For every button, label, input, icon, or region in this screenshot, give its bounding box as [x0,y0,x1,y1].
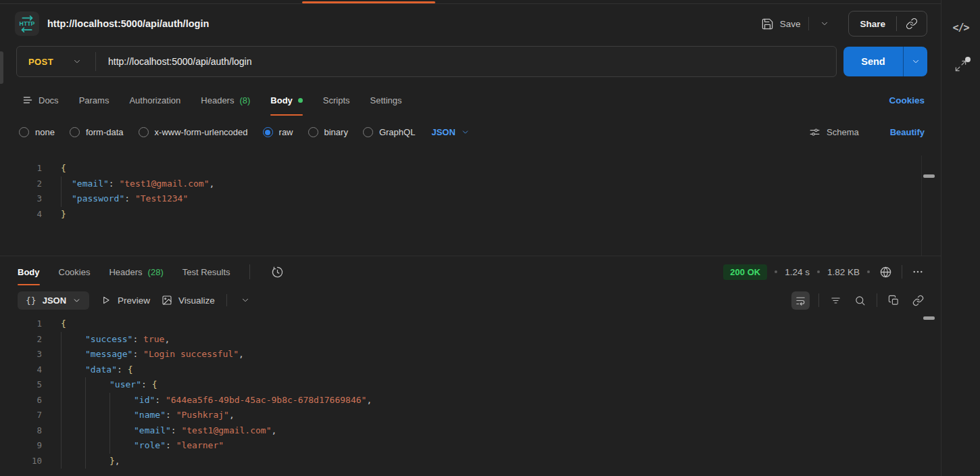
radio-none-label: none [35,127,55,137]
more-options-icon[interactable] [910,264,926,280]
code-line: 1{ [0,161,941,176]
body-language-dropdown[interactable]: JSON [431,127,469,137]
radio-circle [19,127,29,137]
radio-x-www-form-urlencoded[interactable]: x-www-form-urlencoded [139,127,248,137]
link-icon[interactable] [910,293,926,308]
request-tabs: Docs Params Authorization Headers (8) Bo… [0,82,941,118]
separator-dot [775,270,777,273]
code-line: 4"data": { [0,362,941,378]
send-options-chevron[interactable] [903,47,927,76]
radio-circle-selected [263,127,273,137]
schema-button[interactable]: Schema [809,126,859,138]
response-history-icon[interactable] [269,264,286,281]
beautify-link[interactable]: Beautify [890,127,925,137]
response-format-dropdown[interactable]: {} JSON [18,291,89,310]
sidebar-drag-handle[interactable] [0,51,3,84]
status-badge: 200 OK [723,264,767,280]
response-tab-headers[interactable]: Headers (28) [109,256,163,287]
radio-raw[interactable]: raw [263,127,293,137]
preview-button[interactable]: Preview [101,295,150,306]
separator-dot [867,270,870,273]
editor-scrollbar[interactable] [923,174,935,178]
radio-graphql[interactable]: GraphQL [363,127,415,137]
notification-dot [965,57,971,62]
filter-icon[interactable] [828,293,843,308]
save-button[interactable]: Save [761,18,801,30]
radio-raw-label: raw [279,127,293,137]
share-button-group: Share [848,11,927,37]
tab-body[interactable]: Body [270,82,303,118]
main-panel: HTTP http://localhost:5000/api/auth/logi… [0,0,941,476]
share-button[interactable]: Share [849,19,896,29]
radio-circle [363,127,373,137]
radio-form-data[interactable]: form-data [70,127,124,137]
response-status-group: 200 OK 1.24 s 1.82 KB [723,264,926,281]
tab-scripts[interactable]: Scripts [323,82,350,118]
separator-dot [817,270,820,273]
method-chevron-icon[interactable] [72,57,82,66]
radio-circle [139,127,149,137]
wrap-text-icon[interactable] [791,291,810,310]
expand-panel-icon[interactable] [954,60,967,72]
response-tab-test-results[interactable]: Test Results [182,256,230,287]
request-body-editor[interactable]: 1{2"email": "test1@gmail.com",3"password… [0,156,941,256]
request-url-row: POST http://localhost:5000/api/auth/logi… [0,43,941,82]
divider [249,264,250,279]
search-icon[interactable] [852,293,868,308]
cookies-link[interactable]: Cookies [889,95,925,105]
copy-icon[interactable] [886,293,902,308]
network-globe-icon[interactable] [877,264,894,281]
method-selector[interactable]: POST [17,57,72,67]
tab-authorization[interactable]: Authorization [129,82,180,118]
divider [902,265,902,279]
copy-link-icon[interactable] [897,18,927,30]
tab-headers-label: Headers [201,95,234,105]
response-tab-body[interactable]: Body [18,256,40,287]
tab-params[interactable]: Params [79,82,109,118]
body-language-label: JSON [431,127,455,137]
radio-form-data-label: form-data [86,127,124,137]
code-line: 6"id": "644ea5f6-49bd-45ac-9b8c-678d1766… [0,393,941,408]
response-size: 1.82 KB [827,267,860,277]
response-body-editor[interactable]: 1{2"success": true,3"message": "Login su… [0,313,941,476]
code-line: 3"message": "Login successful", [0,347,941,362]
code-line: 5"user": { [0,377,941,393]
visualize-button[interactable]: Visualize [162,295,215,306]
url-input[interactable]: http://localhost:5000/api/auth/login [96,56,836,67]
request-title: http://localhost:5000/api/auth/login [47,18,209,29]
radio-binary[interactable]: binary [308,127,348,137]
tab-params-label: Params [79,95,109,105]
response-toolbar: {} JSON Preview Visualize [0,287,941,313]
visualize-options-chevron[interactable] [239,293,252,307]
play-icon [101,295,112,306]
code-line: 2"email": "test1@gmail.com", [0,176,941,192]
send-button[interactable]: Send [843,47,903,76]
code-line: 3"password": "Test1234" [0,191,941,207]
response-toolbar-icons [791,291,926,310]
request-header: HTTP http://localhost:5000/api/auth/logi… [0,4,941,43]
response-tab-cookies[interactable]: Cookies [59,256,91,287]
radio-circle [70,127,80,137]
tab-settings[interactable]: Settings [370,82,402,118]
headers-count-badge: (8) [239,95,250,105]
tab-headers[interactable]: Headers (8) [201,82,250,118]
tab-scripts-label: Scripts [323,95,350,105]
save-options-chevron[interactable] [817,16,832,31]
code-snippet-icon[interactable]: </> [952,22,969,34]
response-scrollbar[interactable] [923,316,935,320]
radio-none[interactable]: none [19,127,55,137]
response-section: Body Cookies Headers (28) Test Results 2… [0,256,941,476]
tab-docs[interactable]: Docs [22,82,59,118]
preview-label: Preview [118,295,150,306]
code-line: 4} [0,207,941,222]
body-type-row: none form-data x-www-form-urlencoded raw… [0,118,941,147]
code-line: 9"role": "learner" [0,438,941,454]
body-modified-dot [298,98,303,103]
divider [877,293,877,307]
right-sidebar: </> [941,0,980,476]
curly-braces-icon: {} [26,295,36,306]
active-tab-indicator [302,1,435,3]
radio-urlencoded-label: x-www-form-urlencoded [155,127,248,137]
response-tab-body-label: Body [18,267,40,277]
docs-icon [22,95,33,105]
